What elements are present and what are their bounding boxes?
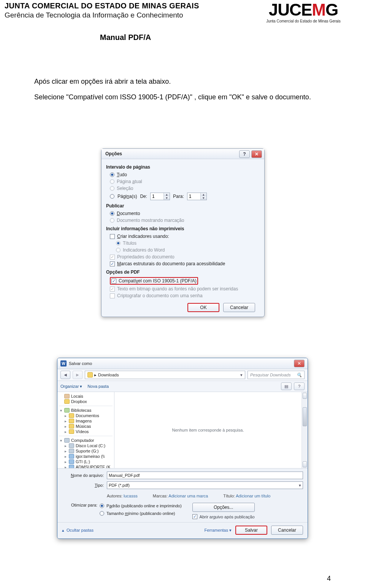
vertical-scrollbar[interactable] xyxy=(302,392,308,468)
organize-menu[interactable]: Organizar ▾ xyxy=(60,384,82,389)
check-bookmarks-row[interactable]: Criar indicadores usando: xyxy=(106,233,260,240)
close-button[interactable]: ✕ xyxy=(251,150,262,158)
save-button[interactable]: Salvar xyxy=(235,526,267,535)
logo-text-part1: JUCE xyxy=(269,0,312,19)
empty-message: Nenhum item corresponde à pesquisa. xyxy=(172,428,244,432)
tree-item-bibliotecas[interactable]: ▾Bibliotecas xyxy=(59,408,113,413)
tree-label: Músicas xyxy=(76,424,91,429)
cancel-button-label: Cancelar xyxy=(278,527,296,533)
file-browser: Locais Dropbox ▾Bibliotecas ▸Documentos … xyxy=(57,392,308,468)
nav-back-button[interactable]: ◄ xyxy=(60,371,70,379)
meta-tags[interactable]: Marcas: Adicionar uma marca xyxy=(153,494,208,498)
breadcrumb[interactable]: ▸ Downloads ▾ xyxy=(85,371,245,379)
new-folder-button[interactable]: Nova pasta xyxy=(87,384,109,389)
radio-icon xyxy=(110,172,114,177)
tree-item-locais[interactable]: Locais xyxy=(59,394,113,399)
paragraph-2: Selecione "Compatível com ISSO 19005-1 (… xyxy=(34,92,331,103)
radio-current-row[interactable]: Página atual xyxy=(106,178,260,185)
search-icon: 🔍 xyxy=(297,373,302,378)
tree-item-gti[interactable]: ▸GTI (L:) xyxy=(59,459,113,464)
breadcrumb-dropdown-icon[interactable]: ▾ xyxy=(240,373,243,378)
save-button-label: Salvar xyxy=(245,527,258,533)
options-button[interactable]: Opções... xyxy=(192,503,255,512)
radio-pages-label: Página(s) xyxy=(117,194,137,199)
tree-item-videos[interactable]: ▸Vídeos xyxy=(59,429,113,434)
tree-label: Computador xyxy=(71,438,94,443)
spinner-up-icon[interactable]: ▲ xyxy=(163,193,170,196)
view-mode-button[interactable]: ▤ xyxy=(281,382,292,390)
drive-icon xyxy=(69,449,74,453)
tree-item-suporte[interactable]: ▸Suporte (G:) xyxy=(59,448,113,454)
tree-label: Disco Local (C:) xyxy=(76,443,105,448)
pages-to-spinner[interactable]: ▲▼ xyxy=(187,193,207,200)
tree-item-dropbox[interactable]: Dropbox xyxy=(59,399,113,404)
tree-label: Documentos xyxy=(76,413,99,418)
cancel-button[interactable]: Cancelar xyxy=(223,303,255,312)
logo-wordmark: JUCEMG xyxy=(246,2,360,18)
spinner-up-icon[interactable]: ▲ xyxy=(200,193,206,196)
check-docprops-row[interactable]: Propriedades do documento xyxy=(106,253,260,260)
dept-name: Gerência de Tecnologia da Informação e C… xyxy=(5,11,246,19)
check-iso-label: Compatível com ISO 19005-1 (PDF/A) xyxy=(119,278,197,284)
optimize-min-row[interactable]: Tamanho mínimo (publicando online) xyxy=(100,510,182,516)
type-row: Tipo: PDF (*.pdf) ▾ xyxy=(62,481,303,489)
tree-item-disco-c[interactable]: ▸Disco Local (C:) xyxy=(59,443,113,448)
radio-icon xyxy=(110,194,114,199)
folder-icon xyxy=(69,413,74,418)
ok-button[interactable]: OK xyxy=(187,303,219,312)
folder-tree[interactable]: Locais Dropbox ▾Bibliotecas ▸Documentos … xyxy=(57,392,114,468)
tree-label: ADMSUPORTE (K xyxy=(76,465,110,468)
help-button[interactable]: ? xyxy=(239,150,250,158)
cancel-button[interactable]: Cancelar xyxy=(271,526,303,535)
optimize-standard-row[interactable]: Padrão (publicando online e imprimindo) xyxy=(100,503,182,509)
meta-title-value: Adicionar um título xyxy=(236,494,270,498)
save-close-button[interactable]: ✕ xyxy=(294,360,305,367)
meta-authors[interactable]: Autores: lucasss xyxy=(107,494,138,498)
pages-to-input[interactable] xyxy=(187,194,200,199)
filename-input[interactable]: Manual_PDF.pdf xyxy=(107,472,303,479)
tree-item-admsuporte[interactable]: ▸ADMSUPORTE (K xyxy=(59,464,113,468)
search-input[interactable]: Pesquisar Downloads 🔍 xyxy=(248,371,305,379)
options-dialog-titlebar[interactable]: Opções ? ✕ xyxy=(102,149,264,159)
check-iso-row[interactable]: Compatível com ISO 19005-1 (PDF/A) xyxy=(106,276,260,285)
radio-word-bookmarks-label: Indicadores do Word xyxy=(123,247,165,253)
meta-title[interactable]: Título: Adicionar um título xyxy=(223,494,270,498)
network-drive-icon xyxy=(69,465,74,468)
save-titlebar[interactable]: W Salvar como ✕ xyxy=(57,358,308,369)
nav-forward-button: ► xyxy=(73,371,83,379)
help-button[interactable]: ? xyxy=(294,382,305,390)
hide-folders-toggle[interactable]: ▴ Ocultar pastas xyxy=(62,528,94,533)
check-accessibility-row[interactable]: Marcas estruturais do documento para ace… xyxy=(106,260,260,267)
tree-item-documentos[interactable]: ▸Documentos xyxy=(59,413,113,418)
checkbox-icon xyxy=(110,234,115,239)
dropbox-icon xyxy=(64,399,70,404)
optimize-block: Otimizar para: Padrão (publicando online… xyxy=(62,501,303,519)
network-drive-icon xyxy=(69,459,74,464)
filename-value: Manual_PDF.pdf xyxy=(109,473,140,478)
filename-row: Nome do arquivo: Manual_PDF.pdf xyxy=(62,472,303,479)
tree-item-imagens[interactable]: ▸Imagens xyxy=(59,418,113,424)
folder-icon xyxy=(69,429,74,434)
tree-item-igor[interactable]: ▸igor.tameirao (\\ xyxy=(59,454,113,459)
radio-document-label: Documento xyxy=(117,211,140,216)
tree-item-computador[interactable]: ▾Computador xyxy=(59,438,113,443)
chevron-down-icon: ▾ xyxy=(299,483,301,488)
network-drive-icon xyxy=(69,454,74,459)
spinner-down-icon[interactable]: ▼ xyxy=(163,196,170,200)
logo-subtitle: Junta Comercial do Estado de Minas Gerai… xyxy=(246,19,360,23)
breadcrumb-item[interactable]: Downloads xyxy=(98,373,119,377)
scrollbar-thumb[interactable] xyxy=(303,407,307,426)
pages-from-input[interactable] xyxy=(151,194,163,199)
open-after-row[interactable]: Abrir arquivo após publicação xyxy=(192,514,255,519)
tree-item-musicas[interactable]: ▸Músicas xyxy=(59,424,113,429)
tools-menu[interactable]: Ferramentas ▾ xyxy=(205,528,232,533)
radio-titles-label: Títulos xyxy=(123,241,136,246)
radio-all-row[interactable]: Tudo xyxy=(106,171,260,178)
type-combo[interactable]: PDF (*.pdf) ▾ xyxy=(107,481,303,489)
radio-document-row[interactable]: Documento xyxy=(106,210,260,217)
radio-pages-row[interactable]: Página(s) De: ▲▼ Para: ▲▼ xyxy=(106,192,260,201)
spinner-down-icon[interactable]: ▼ xyxy=(200,196,206,200)
check-bookmarks-label: Criar indicadores usando: xyxy=(117,234,169,239)
places-icon xyxy=(64,394,70,398)
pages-from-spinner[interactable]: ▲▼ xyxy=(150,193,170,200)
